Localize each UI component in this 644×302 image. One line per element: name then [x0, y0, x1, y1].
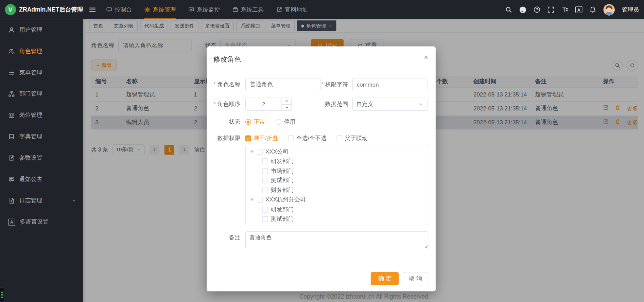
- checkbox-label: 展开/折叠: [254, 135, 278, 142]
- sidebar-item-i18n[interactable]: A 多语言设置: [0, 211, 83, 233]
- role-order-stepper[interactable]: [245, 97, 292, 111]
- nav-label: 控制台: [115, 6, 132, 14]
- data-scope-value: 自定义: [356, 101, 373, 108]
- sidebar-item-dictionary[interactable]: 字典管理: [0, 126, 83, 147]
- decrease-icon[interactable]: [282, 104, 292, 110]
- sidebar-item-posts[interactable]: 岗位管理: [0, 105, 83, 126]
- checkbox-icon[interactable]: [257, 197, 263, 203]
- edit-square-icon: [8, 155, 15, 161]
- monitor-icon: [188, 6, 194, 13]
- dept-tree: XXX公司 研发部门 市场部门 测试部门 财务部门: [245, 145, 428, 225]
- github-icon[interactable]: [519, 6, 526, 14]
- language-icon[interactable]: A: [575, 6, 582, 13]
- caret-icon[interactable]: [250, 199, 254, 201]
- tree-node-child[interactable]: 研发部门: [246, 205, 428, 214]
- radio-disabled[interactable]: 停用: [276, 118, 295, 126]
- tree-node-root[interactable]: XXX杭州分公司: [246, 195, 428, 205]
- checkbox-icon[interactable]: [262, 159, 268, 164]
- sidebar-item-menus[interactable]: 菜单管理: [0, 62, 83, 83]
- tree-node-child[interactable]: 研发部门: [246, 157, 428, 166]
- sidebar-item-label: 日志管理: [19, 197, 42, 205]
- checkbox-icon: [245, 136, 251, 141]
- checkbox-select-all[interactable]: 全选/全不选: [288, 135, 327, 142]
- tree-node-label: 研发部门: [271, 206, 294, 213]
- topbar: V ZRAdmin.NET后台管理 控制台 系统管理: [0, 0, 644, 19]
- monitor-icon: [106, 6, 112, 13]
- stepper-buttons: [281, 98, 291, 110]
- checkbox-parent-child[interactable]: 父子联动: [336, 135, 368, 142]
- nav-label: 系统管理: [153, 6, 176, 14]
- toolbox-icon: [232, 6, 238, 13]
- remark-textarea[interactable]: 普通角色: [245, 231, 428, 249]
- tree-node-root[interactable]: XXX公司: [246, 147, 428, 156]
- sidebar-item-logs[interactable]: 日志管理: [0, 190, 83, 211]
- sidebar-item-roles[interactable]: 角色管理: [0, 41, 83, 62]
- edit-role-dialog: 修改角色 × 角色名称 权限字符 角色顺序: [207, 46, 436, 291]
- fullscreen-icon[interactable]: [547, 6, 555, 13]
- checkbox-icon[interactable]: [262, 178, 268, 183]
- help-icon[interactable]: [534, 6, 541, 13]
- role-name-label: 角色名称: [207, 81, 245, 88]
- sidebar-item-label: 角色管理: [19, 48, 42, 55]
- data-scope-label: 数据范围: [320, 101, 352, 108]
- tree-node-label: 测试部门: [271, 215, 294, 223]
- tree-node-label: 研发部门: [271, 158, 294, 165]
- role-order-input[interactable]: [246, 101, 281, 107]
- checkbox-icon[interactable]: [262, 216, 268, 222]
- checkbox-expand-collapse[interactable]: 展开/折叠: [245, 135, 278, 142]
- checkbox-icon[interactable]: [262, 168, 268, 174]
- search-icon[interactable]: [505, 6, 512, 13]
- tree-node-child[interactable]: 财务部门: [246, 185, 428, 195]
- checkbox-icon[interactable]: [257, 149, 263, 155]
- logo: V ZRAdmin.NET后台管理: [0, 4, 83, 15]
- perm-char-label: 权限字符: [320, 81, 352, 88]
- cancel-button[interactable]: 取 消: [403, 272, 428, 285]
- tree-node-child[interactable]: 市场部门: [246, 166, 428, 176]
- checkbox-label: 父子联动: [345, 135, 368, 142]
- sidebar-item-notices[interactable]: 通知公告: [0, 168, 83, 190]
- app-title: ZRAdmin.NET后台管理: [19, 6, 83, 14]
- radio-label: 正常: [254, 118, 265, 126]
- nav-item-console[interactable]: 控制台: [106, 0, 132, 19]
- gear-icon: [144, 6, 150, 13]
- message-icon: [8, 176, 15, 182]
- nav-item-monitoring[interactable]: 系统监控: [188, 0, 220, 19]
- nav-item-website[interactable]: 官网地址: [276, 0, 308, 19]
- font-size-icon[interactable]: [561, 6, 569, 13]
- tree-node-label: XXX杭州分公司: [265, 196, 306, 204]
- nav-item-system-mgmt[interactable]: 系统管理: [144, 0, 176, 19]
- checkbox-icon[interactable]: [262, 207, 268, 212]
- sidebar-item-departments[interactable]: 部门管理: [0, 83, 83, 105]
- tree-node-child[interactable]: 测试部门: [246, 176, 428, 185]
- radio-dot: [276, 119, 281, 125]
- chevron-down-icon: [71, 198, 76, 203]
- sidebar-item-users[interactable]: 用户管理: [0, 19, 83, 41]
- radio-normal[interactable]: 正常: [245, 118, 265, 126]
- data-scope-select[interactable]: 自定义: [352, 97, 427, 111]
- checkbox-icon[interactable]: [262, 188, 268, 193]
- remark-label: 备注: [207, 231, 245, 242]
- radio-dot: [245, 119, 251, 125]
- org-tree-icon: [8, 91, 15, 97]
- topbar-actions: A 管理员: [505, 4, 644, 15]
- close-icon[interactable]: ×: [424, 54, 428, 61]
- sidebar-item-label: 多语言设置: [20, 218, 49, 226]
- confirm-button[interactable]: 确 定: [371, 272, 399, 285]
- nav-item-tools[interactable]: 系统工具: [232, 0, 264, 19]
- bell-icon[interactable]: [589, 6, 596, 13]
- tree-node-label: 市场部门: [271, 167, 294, 175]
- dialog-body: 角色名称 权限字符 角色顺序: [207, 78, 436, 256]
- role-name-input[interactable]: [245, 78, 320, 91]
- logo-icon: V: [5, 4, 16, 15]
- sidebar-item-label: 通知公告: [19, 176, 42, 183]
- perm-char-input[interactable]: [352, 78, 427, 91]
- avatar[interactable]: [603, 4, 615, 15]
- tree-node-child[interactable]: 测试部门: [246, 214, 428, 224]
- dev-widget[interactable]: [0, 287, 4, 302]
- hamburger-icon[interactable]: [89, 6, 96, 14]
- increase-icon[interactable]: [282, 98, 292, 105]
- status-label: 状态: [207, 118, 245, 126]
- username[interactable]: 管理员: [622, 6, 639, 14]
- sidebar-item-parameters[interactable]: 参数设置: [0, 147, 83, 169]
- caret-icon[interactable]: [250, 150, 254, 153]
